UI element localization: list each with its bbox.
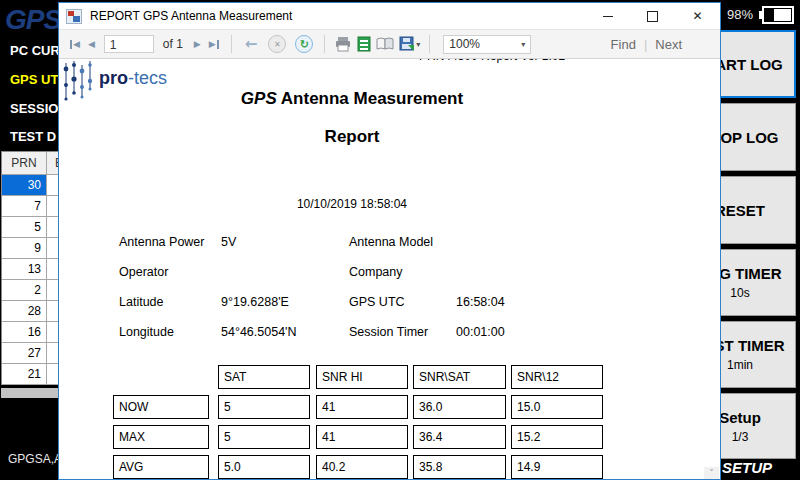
refresh-icon: ↻: [300, 38, 309, 51]
app-logo: GPS: [5, 4, 61, 36]
zoom-level: 100%: [449, 37, 480, 51]
window-app-icon: [66, 9, 82, 24]
logo-pro-text: pro: [99, 68, 128, 88]
setup-button-label: Setup: [719, 409, 761, 426]
table-cell: 35.8: [413, 455, 506, 479]
field-label: Antenna Power: [119, 235, 204, 249]
table-cell: 14.9: [511, 455, 603, 479]
table-cell: 41: [316, 425, 408, 449]
previous-page-button[interactable]: ◀: [88, 39, 95, 49]
field-value: 16:58:04: [456, 295, 505, 309]
field-value: 00:01:00: [456, 325, 505, 339]
first-page-icon: ◀: [73, 39, 80, 49]
print-layout-icon: [357, 36, 371, 52]
printer-icon: [334, 36, 352, 52]
field-label: GPS UTC: [349, 295, 405, 309]
close-icon: ✕: [692, 9, 702, 23]
first-page-button[interactable]: ◀: [67, 39, 83, 49]
cancel-icon: ✕: [274, 40, 281, 49]
prn-value: 7: [2, 196, 47, 217]
prn-value: 27: [2, 343, 47, 364]
report-page: PRN44500 Report Ver 1.02: [59, 58, 720, 480]
close-button[interactable]: ✕: [675, 3, 720, 29]
report-toolbar: ◀ ◀ 1 of 1 ▶ ▶ ← ✕ ↻ ▾: [59, 29, 720, 59]
find-next-button[interactable]: Next: [655, 37, 682, 52]
export-button[interactable]: ▾: [399, 36, 420, 52]
prn-value: 16: [2, 322, 47, 343]
table-cell: 41: [316, 395, 408, 419]
table-cell: 36.0: [413, 395, 506, 419]
export-dropdown-icon: ▾: [416, 40, 420, 49]
prn-column-header: PRN: [2, 152, 47, 175]
report-window: REPORT GPS Antenna Measurement ✕ ◀ ◀ 1 o…: [58, 2, 721, 480]
field-row: Longitude 54°46.5054'N Session Timer 00:…: [59, 325, 659, 341]
menu-item-test-d[interactable]: TEST D: [10, 129, 56, 144]
menu-item-gps-utc[interactable]: GPS UT: [10, 72, 58, 87]
page-number-input[interactable]: 1: [104, 35, 154, 53]
table-cell: 15.2: [511, 425, 603, 449]
prn-value: 21: [2, 364, 47, 385]
prn-value: 2: [2, 280, 47, 301]
page-setup-icon: [376, 37, 394, 51]
page-setup-button[interactable]: [376, 37, 394, 51]
table-cell: 5.0: [218, 455, 310, 479]
table-column-header: SAT: [218, 365, 310, 389]
prn-value: 13: [2, 259, 47, 280]
logo-tecs-text: -tecs: [128, 68, 167, 88]
refresh-button[interactable]: ↻: [295, 35, 313, 53]
zoom-dropdown-icon: ▾: [521, 40, 525, 49]
stop-rendering-button[interactable]: ✕: [268, 35, 286, 53]
minimize-button[interactable]: [585, 3, 630, 29]
last-page-icon: ▶: [209, 39, 216, 49]
reset-label: RESET: [715, 202, 765, 219]
zoom-select[interactable]: 100% ▾: [443, 35, 531, 54]
back-button[interactable]: ←: [241, 35, 262, 53]
find-button[interactable]: Find: [611, 37, 636, 52]
minimize-icon: [603, 16, 613, 17]
next-page-button[interactable]: ▶: [194, 39, 201, 49]
status-bar: 98%: [721, 0, 800, 29]
report-datetime: 10/10/2019 18:58:04: [59, 197, 645, 211]
field-value: 54°46.5054'N: [221, 325, 297, 339]
field-value: 5V: [221, 235, 236, 249]
window-titlebar[interactable]: REPORT GPS Antenna Measurement ✕: [59, 3, 720, 29]
table-row-label: NOW: [113, 395, 209, 419]
table-cell: 40.2: [316, 455, 408, 479]
table-cell: 5: [218, 425, 310, 449]
print-layout-button[interactable]: [357, 36, 371, 52]
field-label: Company: [349, 265, 403, 279]
print-button[interactable]: [334, 36, 352, 52]
field-label: Antenna Model: [349, 235, 433, 249]
field-row: Antenna Power 5V Antenna Model: [59, 235, 659, 251]
menu-item-pc-cur[interactable]: PC CUR: [10, 43, 60, 58]
table-row-label: MAX: [113, 425, 209, 449]
field-label: Latitude: [119, 295, 163, 309]
table-cell: 36.4: [413, 425, 506, 449]
prn-value: 30: [2, 175, 47, 196]
prn-value: 28: [2, 301, 47, 322]
battery-icon: [762, 6, 794, 24]
table-column-header: SNR HI: [316, 365, 408, 389]
table-cell: 15.0: [511, 395, 603, 419]
battery-percent: 98%: [727, 7, 753, 22]
field-row: Operator Company: [59, 265, 659, 281]
field-value: 9°19.6288'E: [221, 295, 289, 309]
setup-page-indicator: 1/3: [732, 430, 749, 444]
prn-value: 5: [2, 217, 47, 238]
field-label: Operator: [119, 265, 168, 279]
table-column-header: SNR\SAT: [413, 365, 506, 389]
menu-item-session[interactable]: SESSIO: [10, 101, 58, 116]
last-page-button[interactable]: ▶: [206, 39, 222, 49]
setup-mode-label: SETUP: [722, 459, 772, 476]
report-subtitle: Report: [59, 127, 645, 147]
maximize-icon: [647, 11, 658, 22]
screen: GPS PC CUR GPS UT SESSIO TEST D PRN E 30…: [0, 0, 800, 480]
scroll-down-icon[interactable]: ˅: [704, 467, 719, 480]
table-cell: 5: [218, 395, 310, 419]
prn-value: 9: [2, 238, 47, 259]
field-label: Session Timer: [349, 325, 428, 339]
log-timer-value: 10s: [730, 286, 749, 300]
report-title: GPS Antenna Measurement: [59, 89, 645, 109]
window-title: REPORT GPS Antenna Measurement: [90, 9, 292, 23]
maximize-button[interactable]: [630, 3, 675, 29]
